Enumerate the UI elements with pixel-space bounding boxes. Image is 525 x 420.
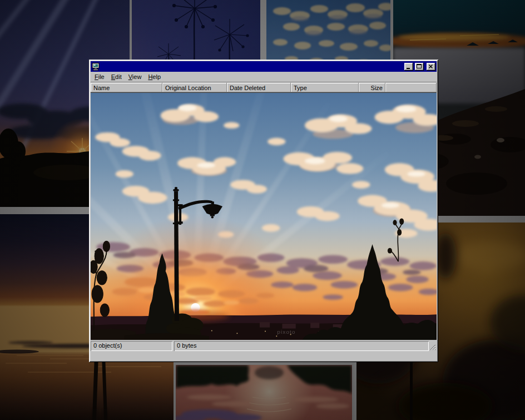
column-header-original-location[interactable]: Original Location: [162, 83, 227, 92]
minimize-button[interactable]: [404, 63, 413, 71]
list-content-area[interactable]: pixoto: [91, 93, 437, 340]
menu-file[interactable]: File: [91, 73, 108, 81]
menu-view[interactable]: View: [125, 73, 145, 81]
sunset-street-lamp-photo: pixoto: [91, 93, 437, 340]
maximize-icon: [415, 63, 424, 71]
close-icon: [427, 63, 435, 71]
status-bar: 0 object(s) 0 bytes: [91, 341, 437, 351]
list-view: Name Original Location Date Deleted Type…: [91, 83, 437, 340]
column-header-name[interactable]: Name: [91, 83, 162, 92]
window-titlebar[interactable]: [91, 61, 437, 72]
close-button[interactable]: [427, 63, 435, 71]
computer-icon: [92, 62, 101, 71]
water-reflection-illustration: [176, 365, 352, 420]
photo-watermark: pixoto: [277, 329, 295, 335]
recycle-bin-window: File Edit View Help Name Original Locati…: [89, 60, 438, 362]
status-objects: 0 object(s): [91, 341, 172, 351]
resize-grip-icon[interactable]: [429, 344, 436, 350]
status-bytes: 0 bytes: [174, 341, 429, 351]
menu-edit[interactable]: Edit: [108, 73, 125, 81]
menu-bar: File Edit View Help: [91, 72, 437, 82]
column-header-size[interactable]: Size: [359, 83, 385, 92]
column-header-type[interactable]: Type: [291, 83, 359, 92]
column-header-row: Name Original Location Date Deleted Type…: [91, 83, 437, 93]
desktop: File Edit View Help Name Original Locati…: [0, 0, 525, 420]
column-header-filler[interactable]: [385, 83, 437, 92]
water-reflection-photo: [174, 363, 354, 420]
minimize-icon: [404, 63, 413, 71]
column-header-date-deleted[interactable]: Date Deleted: [227, 83, 291, 92]
menu-help[interactable]: Help: [145, 73, 164, 81]
maximize-button[interactable]: [415, 63, 424, 71]
